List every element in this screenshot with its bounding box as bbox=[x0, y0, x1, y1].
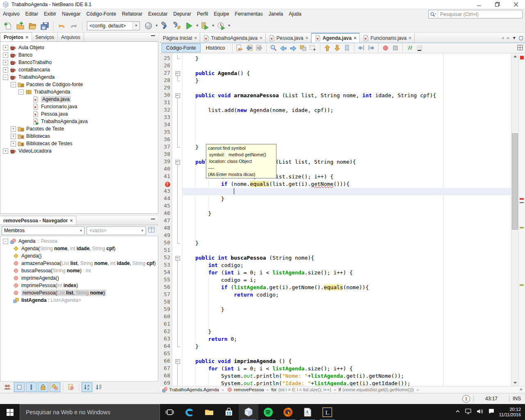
quick-search-box[interactable]: Pesquisar (Ctrl+I) bbox=[428, 10, 523, 18]
record-macro-button[interactable] bbox=[381, 43, 390, 52]
expand-icon[interactable]: + bbox=[3, 45, 8, 50]
breadcrumb-item[interactable]: TrabalhoAgenda.Agenda bbox=[162, 387, 219, 393]
panel-tab-projetos[interactable]: Projetos× bbox=[0, 32, 32, 41]
minimize-button[interactable] bbox=[470, 0, 488, 9]
minimize-panel-icon[interactable] bbox=[151, 219, 155, 219]
new-project-button[interactable] bbox=[14, 20, 26, 32]
members-combobox[interactable]: Membros▼ bbox=[2, 226, 84, 235]
menu-depurar[interactable]: Depurar bbox=[171, 9, 194, 18]
collapse-icon[interactable]: − bbox=[18, 89, 24, 95]
error-stripe-occurrence-mark[interactable] bbox=[520, 227, 524, 228]
expand-icon[interactable]: + bbox=[3, 52, 8, 58]
code-line-31[interactable] bbox=[183, 99, 511, 107]
close-icon[interactable]: × bbox=[70, 219, 73, 223]
menu-arquivo[interactable]: Arquivo bbox=[0, 9, 23, 18]
tree-item-aula-objeto[interactable]: +Aula Objeto bbox=[0, 44, 158, 51]
panel-tab-arquivos[interactable]: Arquivos bbox=[58, 33, 84, 41]
code-line-54[interactable]: for (int i = 0; i < listAgenda.size(); i… bbox=[183, 269, 511, 276]
select-rect-button[interactable] bbox=[308, 43, 318, 52]
menu-exibir[interactable]: Exibir bbox=[41, 9, 59, 18]
error-glyph-icon[interactable]: ! bbox=[165, 182, 170, 187]
menu-perfil[interactable]: Perfil bbox=[194, 9, 211, 18]
tree-item-videolocadora[interactable]: +VideoLocadora bbox=[0, 147, 158, 155]
vertical-scrollbar[interactable] bbox=[511, 53, 518, 386]
code-editor[interactable]: 2526272829303132333435363738394041!43444… bbox=[160, 53, 525, 386]
non-public-lock-button[interactable] bbox=[38, 382, 48, 392]
close-icon[interactable]: × bbox=[25, 35, 28, 39]
code-fold-icon[interactable] bbox=[176, 160, 180, 164]
tree-item-bibliotecas-de-testes[interactable]: +Bibliotecas de Testes bbox=[0, 140, 158, 147]
view-button-hist-rico[interactable]: Histórico bbox=[201, 43, 230, 52]
open-project-button[interactable] bbox=[26, 20, 39, 32]
toggle-bookmark-button[interactable] bbox=[342, 43, 352, 52]
tree-item-contabancaria[interactable]: +contaBancaria bbox=[0, 66, 158, 73]
undo-button[interactable] bbox=[55, 20, 68, 32]
error-stripe-error-mark[interactable] bbox=[520, 198, 524, 200]
collapse-icon[interactable]: − bbox=[11, 82, 16, 87]
code-line-48[interactable] bbox=[183, 225, 511, 232]
doc-tab-funcionario-java[interactable]: Funcionario.java× bbox=[360, 33, 415, 43]
last-edit-button[interactable] bbox=[235, 43, 244, 52]
code-line-26[interactable] bbox=[183, 62, 511, 70]
navigator-member[interactable]: listAgenda : List<Agenda> bbox=[0, 297, 158, 304]
splitter-icon[interactable] bbox=[517, 44, 523, 51]
tree-item-bibliotecas[interactable]: +Bibliotecas bbox=[0, 132, 158, 140]
error-stripe-caret-mark[interactable] bbox=[520, 202, 524, 203]
code-line-27[interactable]: public Agenda() { bbox=[183, 70, 511, 77]
static-members-button[interactable] bbox=[50, 382, 60, 392]
search-icon[interactable] bbox=[429, 10, 438, 18]
filter-combobox[interactable]: <vazio>▼ bbox=[87, 226, 146, 235]
code-line-28[interactable]: } bbox=[183, 77, 511, 84]
find-button[interactable] bbox=[269, 43, 278, 52]
chevron-down-icon[interactable]: ▼ bbox=[228, 24, 231, 27]
menu-janela[interactable]: Janela bbox=[266, 9, 286, 18]
code-line-45[interactable] bbox=[183, 203, 511, 210]
code-line-36[interactable] bbox=[183, 136, 511, 144]
minimize-panel-icon[interactable] bbox=[151, 35, 155, 36]
code-fold-icon[interactable] bbox=[176, 359, 180, 364]
close-icon[interactable]: × bbox=[305, 36, 308, 40]
columns-icon[interactable] bbox=[148, 227, 155, 235]
taskbar-search-box[interactable]: Pesquisar na Web e no Windows bbox=[20, 404, 160, 420]
sort-alpha-button[interactable]: AZ bbox=[82, 382, 92, 392]
notifications-badge[interactable]: 1 bbox=[462, 395, 470, 403]
close-icon[interactable]: × bbox=[520, 387, 523, 393]
tab-scroll-left-icon[interactable]: ◂ bbox=[502, 35, 504, 41]
breadcrumb-item[interactable]: if (nome.equals(list.get(i).getNome())) bbox=[339, 387, 414, 392]
tree-item-bancotrabalho[interactable]: +BancoTrabalho bbox=[0, 59, 158, 66]
fully-qualified-button[interactable] bbox=[66, 382, 76, 392]
breadcrumb-item[interactable]: removePessoa bbox=[226, 387, 264, 393]
error-stripe-occurrence-mark[interactable] bbox=[520, 284, 524, 286]
shift-right-button[interactable] bbox=[366, 43, 376, 52]
code-line-35[interactable] bbox=[183, 129, 511, 136]
projects-tree[interactable]: +Aula Objeto+Banco+BancoTrabalho+contaBa… bbox=[0, 42, 158, 214]
close-icon[interactable]: × bbox=[354, 36, 356, 40]
navigator-tab[interactable]: removePessoa - Navegador × bbox=[0, 216, 76, 225]
code-line-62[interactable]: } bbox=[183, 328, 511, 336]
code-fold-icon[interactable] bbox=[176, 94, 180, 98]
code-line-58[interactable] bbox=[183, 299, 511, 306]
code-line-59[interactable]: } bbox=[183, 306, 511, 313]
code-line-56[interactable]: if (listAgenda.get(i).getNome().equals(n… bbox=[183, 284, 511, 291]
config-combobox[interactable]: <config. default>▼ bbox=[87, 21, 140, 30]
navigator-member[interactable]: armazenaPessoa(List list, String nome, i… bbox=[0, 260, 158, 267]
scroll-down-icon[interactable] bbox=[511, 380, 518, 386]
edge-taskbar-button[interactable] bbox=[180, 404, 199, 420]
code-line-60[interactable] bbox=[183, 313, 511, 321]
code-line-33[interactable] bbox=[183, 114, 511, 121]
close-icon[interactable]: × bbox=[194, 36, 197, 40]
code-line-50[interactable]: } bbox=[183, 240, 511, 247]
tree-item-pessoa-java[interactable]: Pessoa.java bbox=[0, 110, 158, 118]
chevron-down-icon[interactable]: ▼ bbox=[196, 24, 199, 27]
code-line-32[interactable]: list.add(new Agenda(nome, idade, cpf)); bbox=[183, 107, 511, 114]
inherited-members-button[interactable] bbox=[2, 382, 13, 392]
firefox-taskbar-button[interactable] bbox=[278, 404, 298, 420]
code-line-34[interactable] bbox=[183, 121, 511, 129]
redo-button[interactable] bbox=[68, 20, 80, 32]
expand-icon[interactable]: + bbox=[11, 141, 16, 146]
code-fold-icon[interactable] bbox=[176, 256, 180, 260]
tree-item-trabalhoagenda[interactable]: −TrabalhoAgenda bbox=[0, 88, 158, 96]
doc-tab-agenda-java[interactable]: Agenda.java× bbox=[311, 33, 360, 43]
tree-item-banco[interactable]: +Banco bbox=[0, 51, 158, 59]
separator-bar-button[interactable] bbox=[26, 382, 37, 392]
